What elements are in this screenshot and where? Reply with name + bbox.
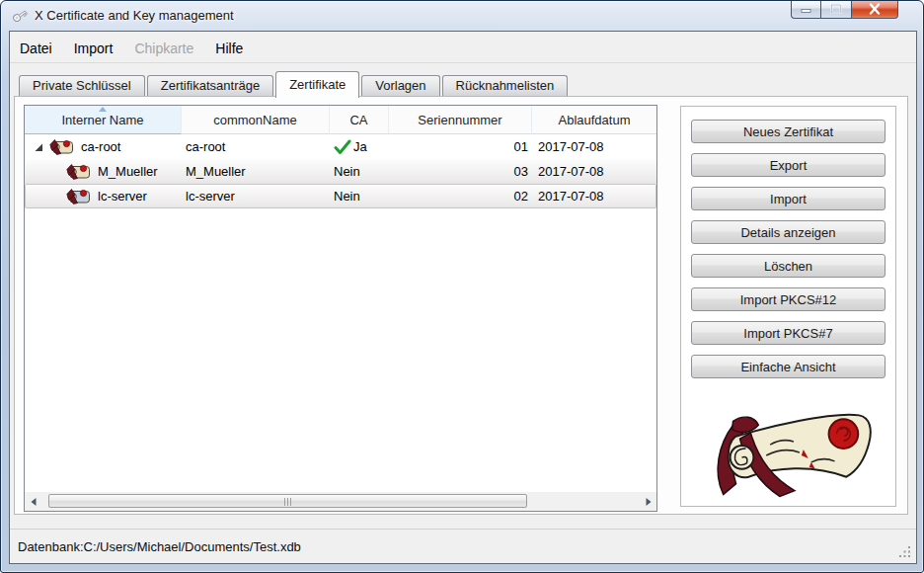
tab-label: Vorlagen (375, 78, 425, 93)
menu-item-label: Datei (20, 41, 52, 56)
column-label: Ablaufdatum (559, 113, 631, 127)
window-controls (791, 0, 898, 19)
scroll-left-button[interactable] (25, 492, 41, 511)
cell-expiry[interactable]: 2017-07-08 (532, 184, 656, 208)
scroll-left-icon (30, 497, 38, 507)
ca-text: Nein (334, 164, 360, 179)
cell-ca[interactable]: Ja (330, 134, 389, 159)
scrollbar-thumb[interactable] (48, 494, 527, 508)
action-button-label: Import PKCS#12 (740, 292, 837, 307)
menu-item-label: Chipkarte (134, 41, 193, 56)
cell-common-name[interactable]: M_Mueller (182, 159, 330, 184)
close-button[interactable] (852, 0, 898, 19)
cell-common-name[interactable]: ca-root (182, 134, 330, 159)
key-icon (11, 7, 29, 25)
button-export[interactable]: Export (691, 153, 886, 177)
internal-name-text: ca-root (81, 139, 120, 154)
certificate-icon (64, 162, 91, 181)
titlebar[interactable]: X Certificate and Key management (1, 1, 923, 31)
button-details-anzeigen[interactable]: Details anzeigen (691, 220, 886, 244)
menu-item-hilfe[interactable]: Hilfe (207, 37, 251, 60)
status-bar: Datenbank:C:/Users/Michael/Documents/Tes… (10, 529, 916, 563)
menu-item-datei[interactable]: Datei (12, 37, 60, 60)
cell-serial[interactable]: 01 (389, 134, 532, 159)
tab-label: Zertifikate (289, 77, 346, 92)
window-title: X Certificate and Key management (35, 8, 234, 23)
action-button-label: Neues Zertifikat (743, 124, 833, 139)
cell-serial[interactable]: 02 (389, 184, 532, 208)
tab-vorlagen[interactable]: Vorlagen (361, 75, 439, 96)
tab-bar: Private Schlüssel Zertifikatsanträge Zer… (19, 70, 570, 97)
column-header-ca[interactable]: CA (330, 106, 389, 134)
column-header-ablaufdatum[interactable]: Ablaufdatum (532, 106, 656, 134)
column-header-commonname[interactable]: commonName (182, 106, 330, 134)
certificates-table: Interner Name commonName CA Seriennummer… (24, 105, 657, 512)
action-button-label: Löschen (764, 259, 812, 274)
cell-serial[interactable]: 03 (389, 159, 532, 184)
resize-grip[interactable] (899, 546, 911, 558)
maximize-icon (830, 4, 842, 14)
cell-internal-name[interactable]: ca-root (25, 134, 182, 159)
scrollbar-grip-icon (284, 498, 292, 506)
scroll-right-button[interactable] (640, 492, 656, 511)
tab-private-schl-ssel[interactable]: Private Schlüssel (19, 75, 145, 96)
table-row[interactable]: M_Mueller M_Mueller Nein 03 2017-07-08 (25, 159, 656, 184)
table-header: Interner Name commonName CA Seriennummer… (25, 106, 656, 134)
minimize-button[interactable] (791, 0, 820, 19)
sort-arrow-icon (99, 107, 107, 112)
button-import-pkcs#7[interactable]: Import PKCS#7 (691, 321, 886, 345)
menu-item-chipkarte: Chipkarte (126, 37, 201, 60)
table-row[interactable]: ca-root ca-root Ja 01 2017-07-08 (25, 134, 656, 159)
scroll-right-icon (645, 497, 653, 507)
actions-panel: Neues Zertifikat Export Import Details a… (680, 106, 896, 507)
tab-zertifikate[interactable]: Zertifikate (275, 71, 359, 98)
button-l-schen[interactable]: Löschen (691, 254, 886, 278)
cell-expiry[interactable]: 2017-07-08 (532, 134, 656, 159)
menu-bar: Datei Import Chipkarte Hilfe (10, 34, 916, 63)
tab-label: Rücknahmelisten (456, 78, 555, 93)
column-label: CA (349, 113, 367, 127)
column-label: Interner Name (61, 113, 143, 127)
action-button-label: Einfache Ansicht (740, 360, 835, 374)
cell-ca[interactable]: Nein (330, 184, 389, 208)
menu-item-label: Import (74, 41, 114, 56)
cell-expiry[interactable]: 2017-07-08 (532, 159, 656, 184)
close-icon (868, 3, 882, 15)
expander-icon[interactable] (34, 142, 43, 152)
minimize-icon (801, 4, 812, 14)
action-button-label: Import (770, 192, 807, 206)
cell-common-name[interactable]: lc-server (182, 184, 330, 208)
column-label: commonName (213, 113, 297, 127)
certificate-icon (64, 187, 91, 205)
certificates-tab-page: Interner Name commonName CA Seriennummer… (14, 96, 908, 515)
maximize-button[interactable] (820, 0, 852, 19)
certificate-icon (47, 137, 74, 156)
xca-scroll-logo (696, 399, 882, 502)
button-import[interactable]: Import (691, 187, 886, 210)
button-neues-zertifikat[interactable]: Neues Zertifikat (691, 120, 886, 143)
status-text: Datenbank:C:/Users/Michael/Documents/Tes… (18, 539, 301, 554)
action-button-label: Details anzeigen (740, 225, 835, 240)
cell-internal-name[interactable]: M_Mueller (25, 159, 182, 184)
cell-ca[interactable]: Nein (330, 159, 389, 184)
client-area: Datei Import Chipkarte Hilfe Private Sch… (9, 31, 917, 564)
cell-internal-name[interactable]: lc-server (25, 184, 182, 208)
menu-item-import[interactable]: Import (66, 37, 121, 60)
tab-label: Private Schlüssel (33, 78, 131, 93)
tab-label: Zertifikatsanträge (161, 78, 260, 93)
button-einfache-ansicht[interactable]: Einfache Ansicht (691, 355, 886, 378)
column-header-interner-name[interactable]: Interner Name (25, 106, 182, 134)
action-button-label: Export (770, 158, 808, 173)
tab-r-cknahmelisten[interactable]: Rücknahmelisten (442, 75, 569, 96)
table-body: ca-root ca-root Ja 01 2017-07-08 M_Muell… (25, 134, 656, 208)
action-button-label: Import PKCS#7 (743, 326, 832, 341)
table-row[interactable]: lc-server lc-server Nein 02 2017-07-08 (25, 184, 656, 208)
column-label: Seriennummer (418, 113, 501, 127)
horizontal-scrollbar[interactable] (25, 492, 656, 511)
column-header-seriennummer[interactable]: Seriennummer (389, 106, 532, 134)
window: X Certificate and Key management Datei I… (0, 0, 924, 573)
ca-text: Nein (334, 189, 360, 204)
ca-text: Ja (353, 139, 367, 154)
button-import-pkcs#12[interactable]: Import PKCS#12 (691, 287, 886, 311)
tab-zertifikatsantr-ge[interactable]: Zertifikatsanträge (147, 75, 273, 96)
